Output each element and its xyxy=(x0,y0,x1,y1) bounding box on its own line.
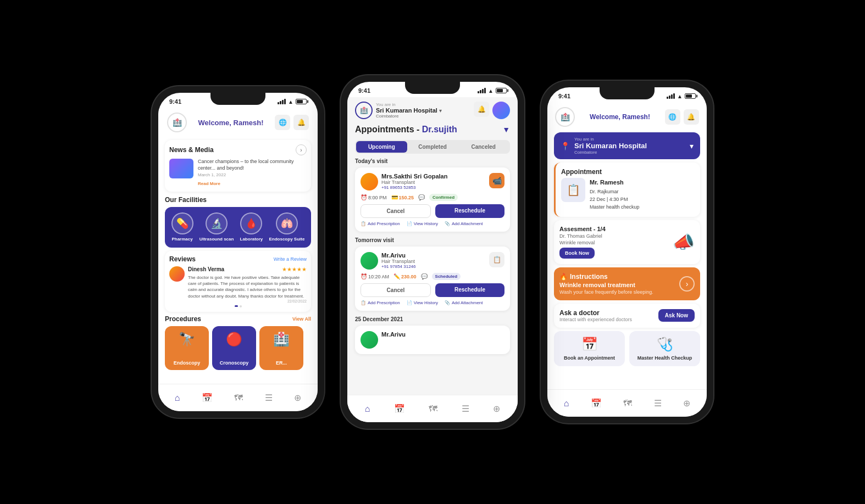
book-now-btn[interactable]: Book Now xyxy=(559,248,595,259)
nav-map-1[interactable]: 🗺 xyxy=(234,393,243,403)
tab-canceled[interactable]: Canceled xyxy=(458,141,509,153)
add-attachment-today[interactable]: 📎 Add Attachment xyxy=(445,221,483,226)
ask-now-btn[interactable]: Ask Now xyxy=(658,309,695,322)
cancel-btn-tomorrow[interactable]: Cancel xyxy=(361,283,431,297)
read-more-link[interactable]: Read More xyxy=(198,181,220,186)
appt-summary-card: Appointment 📋 Mr. Ramesh Dr. Rajkumar 22… xyxy=(554,163,700,217)
nav-menu-3[interactable]: ☰ xyxy=(654,398,662,408)
proc-cronoscopy[interactable]: 🔴 Cronoscopy xyxy=(212,326,256,370)
tab-completed[interactable]: Completed xyxy=(407,141,458,153)
write-review-btn[interactable]: Write a Review xyxy=(274,256,307,262)
home-icon-3: ⌂ xyxy=(564,399,569,408)
add-prescription-tomorrow[interactable]: 📋 Add Prescription xyxy=(361,300,400,305)
instr-title: 🔥 Instructions xyxy=(559,273,679,281)
book-appointment-card[interactable]: 📅 Book an Appointment xyxy=(554,331,625,366)
hospital-name-row: Sri Kumaran Hospital ▾ xyxy=(376,107,442,114)
chat-icon-tomorrow: 💬 xyxy=(421,273,428,279)
nav-plus-3[interactable]: ⊕ xyxy=(683,398,690,408)
nav-home-2[interactable]: ⌂ xyxy=(365,404,370,414)
filter-icon[interactable]: ▼ xyxy=(502,125,510,134)
nav-menu-1[interactable]: ☰ xyxy=(265,393,273,403)
nav-home-3[interactable]: ⌂ xyxy=(564,399,569,408)
patient-avatar-tomorrow xyxy=(361,252,378,270)
proc-er[interactable]: 🏥 ER... xyxy=(259,326,303,370)
tomorrow-visit-section: Tomorrow visit Mr.Arivu Hair Transplant … xyxy=(355,237,510,311)
todays-appt-top: Mrs.Sakthi Sri Gopalan Hair Transplant +… xyxy=(361,173,504,191)
facility-endoscopy[interactable]: 🫁 Endoscopy Suite xyxy=(269,212,304,242)
patient-phone-tomorrow[interactable]: +91 97854 31246 xyxy=(381,264,416,269)
facilities-header: Our Facilities xyxy=(165,196,311,204)
notification-icon-3[interactable]: 🔔 xyxy=(684,109,699,125)
fee-value-today: 150.25 xyxy=(399,195,414,200)
nav-plus-2[interactable]: ⊕ xyxy=(493,404,500,414)
clock-icon-today: ⏰ xyxy=(361,194,367,200)
p2-scroll-area[interactable]: Today's visit Mrs.Sakthi Sri Gopalan Hai… xyxy=(347,158,518,412)
facility-ultrasound[interactable]: 🔬 Ultrasound scan xyxy=(199,212,234,242)
history-icon: 📄 xyxy=(407,221,412,226)
p2-logo: 🏥 xyxy=(355,102,373,119)
tomorrow-appt-card: Mr.Arivu Hair Transplant +91 97854 31246… xyxy=(355,247,510,311)
ask-content: Ask a doctor Interact with experienced d… xyxy=(559,309,632,322)
view-all-link[interactable]: View All xyxy=(292,316,311,322)
add-attachment-tomorrow[interactable]: 📎 Add Attachment xyxy=(445,300,483,305)
news-header: News & Media › xyxy=(169,144,307,155)
reschedule-btn-tomorrow[interactable]: Reschedule xyxy=(435,283,504,297)
p3-hospital-bar[interactable]: 📍 You are in Sri Kumaran Hospital Coimba… xyxy=(554,132,700,159)
appt-actions-today: Cancel Reschedule xyxy=(361,204,504,218)
add-prescription-today[interactable]: 📋 Add Prescription xyxy=(361,221,400,226)
translate-icon[interactable]: 🌐 xyxy=(275,115,290,130)
queue-btn[interactable]: 📋 xyxy=(489,252,504,267)
hosp-you-in: You are in xyxy=(574,137,685,142)
p1-logo: 🏥 xyxy=(167,113,187,132)
video-call-btn[interactable]: 📹 xyxy=(489,173,504,188)
translate-icon-3[interactable]: 🌐 xyxy=(665,109,680,125)
patient-name-tomorrow: Mr.Arivu xyxy=(381,252,416,259)
avatar-icon-2[interactable] xyxy=(492,102,510,119)
reschedule-btn-today[interactable]: Reschedule xyxy=(435,204,504,218)
tomorrow-appt-top: Mr.Arivu Hair Transplant +91 97854 31246… xyxy=(361,252,504,270)
book-appt-label: Book an Appointment xyxy=(564,355,615,361)
fee-icon-today: 💳 xyxy=(391,194,398,200)
tabs-row: Upcoming Completed Canceled xyxy=(355,140,510,154)
assess-title: Assesment - 1/4 xyxy=(559,226,673,232)
time-meta-today: ⏰ 8:00 PM xyxy=(361,194,387,200)
chat-meta-today[interactable]: 💬 xyxy=(418,194,425,200)
chat-meta-tomorrow[interactable]: 💬 xyxy=(421,273,428,279)
facility-pharmacy[interactable]: 💊 Pharmacy xyxy=(171,212,193,242)
reviews-header: Reviews Write a Review xyxy=(169,255,307,263)
patient-phone-today[interactable]: +91 89653 52853 xyxy=(381,185,447,190)
map-icon-2: 🗺 xyxy=(429,404,437,414)
facility-laboratory[interactable]: 🩸 Laboratory xyxy=(240,212,263,242)
nav-map-2[interactable]: 🗺 xyxy=(429,404,437,414)
nav-menu-2[interactable]: ☰ xyxy=(462,404,469,414)
notification-icon[interactable]: 🔔 xyxy=(293,115,309,130)
status-icons-1: ▲ xyxy=(278,99,307,105)
notification-icon-2[interactable]: 🔔 xyxy=(474,102,489,117)
proc-endoscopy[interactable]: 🔭 Endoscopy xyxy=(165,326,209,370)
instr-desc: Wash your face frequently before sleepin… xyxy=(559,289,679,295)
cancel-btn-today[interactable]: Cancel xyxy=(361,204,431,218)
nav-plus-1[interactable]: ⊕ xyxy=(294,393,301,403)
news-image xyxy=(169,159,193,178)
menu-icon-2: ☰ xyxy=(462,404,469,414)
p2-right-icons: 🔔 xyxy=(474,102,510,119)
view-history-today[interactable]: 📄 View History xyxy=(407,221,438,226)
reviewer-content: Dinesh Verma ★★★★★ The doctor is god. He… xyxy=(188,266,307,303)
appt-actions-tomorrow: Cancel Reschedule xyxy=(361,283,504,297)
nav-home-1[interactable]: ⌂ xyxy=(175,393,180,403)
nav-calendar-3[interactable]: 📅 xyxy=(591,398,602,408)
tab-upcoming[interactable]: Upcoming xyxy=(356,141,407,153)
nav-calendar-2[interactable]: 📅 xyxy=(394,404,405,414)
master-health-card[interactable]: 🩺 Master Health Checkup xyxy=(629,331,700,366)
bottom-nav-3: ⌂ 📅 🗺 ☰ ⊕ xyxy=(547,389,707,417)
status-time-1: 9:41 xyxy=(169,98,181,105)
instr-arrow-btn[interactable]: › xyxy=(679,276,695,292)
nav-calendar-1[interactable]: 📅 xyxy=(202,393,213,403)
p2-logo-area: 🏥 You are in Sri Kumaran Hospital ▾ Coim… xyxy=(355,102,442,119)
map-icon-1: 🗺 xyxy=(234,393,243,403)
time-value-today: 8:00 PM xyxy=(368,195,387,200)
news-more-btn[interactable]: › xyxy=(296,144,307,155)
nav-map-3[interactable]: 🗺 xyxy=(623,399,632,408)
view-history-tomorrow[interactable]: 📄 View History xyxy=(407,300,438,305)
patient-treatment-tomorrow: Hair Transplant xyxy=(381,259,416,264)
